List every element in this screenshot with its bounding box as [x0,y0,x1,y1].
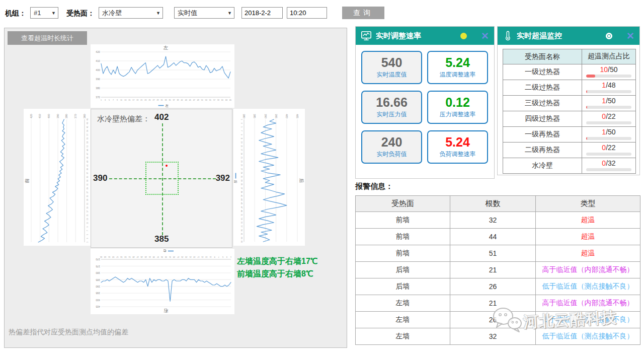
svg-text:21: 21 [189,256,191,258]
alarm-row: 左墙32低于临近值（测点接触不良） [356,328,640,345]
svg-text:59: 59 [217,99,219,101]
rear-wall-chart-svg: 3803853903954004051357911131517192123252… [233,109,305,246]
svg-text:65: 65 [240,241,243,243]
svg-text:19: 19 [87,206,89,208]
query-button[interactable]: 查询 [342,7,384,19]
overtemp-count: 1 [602,81,606,89]
alarm-surface: 后墙 [356,262,450,278]
svg-text:400: 400 [285,114,288,118]
close-icon[interactable]: ✕ [481,31,489,41]
svg-text:25: 25 [181,256,183,258]
svg-text:31: 31 [161,99,163,101]
svg-text:51: 51 [128,256,130,258]
mode-select[interactable]: 实时值 ▼ [174,7,234,19]
svg-text:5: 5 [109,99,110,101]
svg-text:19: 19 [193,256,195,258]
temperature-annotation: 左墙温度高于右墙17℃ 前墙温度高于右墙8℃ [237,255,318,280]
surface-name: 一级再热器 [503,127,582,143]
svg-text:65: 65 [87,118,89,120]
adjust-rate-panel-title: 实时调整速率 [376,31,421,41]
svg-text:410: 410 [38,114,41,118]
ratio-bar-track [586,168,631,171]
close-icon[interactable]: ✕ [626,31,634,41]
svg-text:370: 370 [96,96,100,99]
ratio-bar-track [586,153,631,156]
svg-text:25: 25 [148,99,150,101]
svg-text:390: 390 [264,114,267,118]
status-indicator-ring [606,33,612,39]
deviation-right-value: 392 [216,173,230,183]
svg-text:9: 9 [240,134,243,135]
overtemp-col-surface: 受热面名称 [503,49,582,64]
overtemp-count: 0 [602,112,606,120]
svg-text:13: 13 [87,218,89,220]
svg-text:19: 19 [136,99,138,101]
svg-text:55: 55 [87,137,89,139]
svg-text:1: 1 [87,242,89,243]
svg-text:45: 45 [189,99,191,101]
svg-text:53: 53 [240,218,243,220]
svg-text:41: 41 [181,99,183,101]
svg-text:37: 37 [173,99,175,101]
svg-text:27: 27 [152,99,154,101]
alarm-surface: 前墙 [356,212,450,229]
svg-text:375: 375 [96,265,100,268]
alarm-count: 21 [450,295,536,312]
svg-text:51: 51 [201,99,203,101]
overtemp-ratio-cell: 0/32 [582,158,636,174]
deviation-left-value: 390 [93,173,107,183]
svg-text:400: 400 [96,68,100,72]
svg-text:7: 7 [113,99,114,101]
svg-text:61: 61 [87,126,89,128]
svg-text:9: 9 [117,99,118,101]
svg-text:23: 23 [87,199,89,201]
overtemp-ratio-cell: 1/50 [582,96,636,111]
surface-select[interactable]: 水冷壁 ▼ [99,7,163,19]
svg-text:57: 57 [213,99,215,101]
svg-text:51: 51 [240,214,243,216]
overtemp-ratio-cell: 1/50 [582,127,636,143]
overtemp-ratio-cell: 0/22 [582,111,636,127]
front-wall-chart: 3603703803904004104201357911131517192123… [24,109,95,246]
overtemp-monitor-panel: 实时超温监控 ✕ 受热面名称 超温测点占比 一级过热器10/50二级过热器1/4… [497,26,640,175]
svg-text:49: 49 [133,256,135,258]
svg-text:33: 33 [165,99,167,101]
svg-text:21: 21 [240,157,243,159]
alarm-title: 报警信息： [355,182,393,191]
overtemp-count: 0 [602,159,606,167]
overtemp-total: /50 [608,65,617,74]
rate-card-value: 5.24 [428,55,487,69]
svg-text:5: 5 [87,234,89,235]
svg-text:57: 57 [87,134,89,136]
svg-text:3: 3 [226,256,227,258]
date-input[interactable] [242,7,283,19]
svg-text:390: 390 [96,78,100,81]
svg-text:51: 51 [87,145,89,147]
overtemp-count: 1 [602,97,606,105]
surface-name: 一级过热器 [503,64,582,80]
overtemp-duration-stats-button[interactable]: 查看超温时长统计 [8,31,87,45]
alarm-row: 前墙51超温 [356,245,640,262]
svg-text:45: 45 [240,202,243,204]
svg-text:420: 420 [96,50,100,53]
alarm-surface: 左墙 [356,328,450,345]
unit-select[interactable]: #1 ▼ [30,7,58,19]
svg-text:385: 385 [96,278,100,281]
alarm-surface: 前墙 [356,245,450,262]
deviation-top-value: 402 [154,112,169,122]
svg-text:400: 400 [96,299,100,302]
thermometer-icon [503,30,513,41]
rate-card-value: 540 [362,55,421,69]
svg-text:43: 43 [145,256,147,258]
svg-text:39: 39 [240,191,243,193]
svg-text:55: 55 [240,222,243,224]
svg-text:右: 右 [164,308,169,314]
overtemp-total: /48 [606,81,615,89]
svg-text:31: 31 [240,176,243,178]
left-wall-chart-svg: 3703803904004104201357911131517192123252… [91,44,234,108]
svg-text:45: 45 [141,256,143,258]
ratio-bar-fill [586,75,595,78]
time-input[interactable] [287,7,327,19]
svg-text:25: 25 [240,164,243,166]
overtemp-row: 三级过热器1/50 [503,96,636,111]
